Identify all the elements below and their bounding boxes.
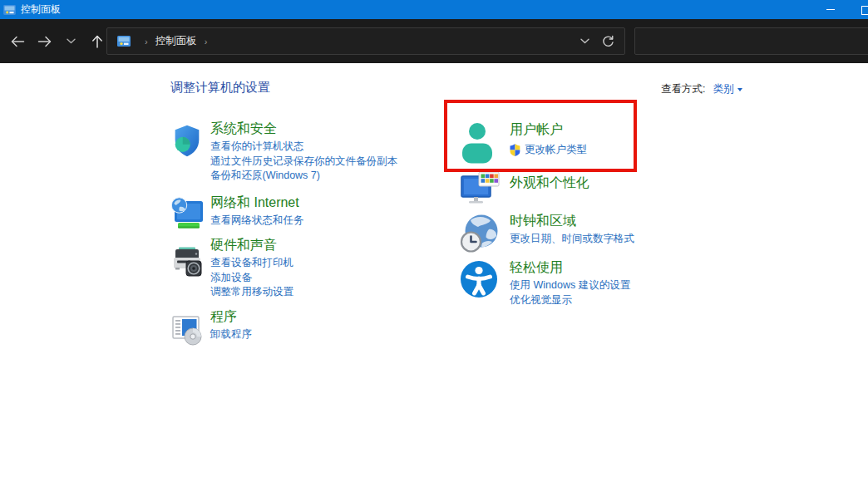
category-title-appearance-personalization[interactable]: 外观和个性化 [510,175,589,190]
user-silhouette-icon [460,122,510,167]
category-title-system-security[interactable]: 系统和安全 [210,121,397,136]
category-hardware-sound: 硬件和声音 查看设备和打印机 添加设备 调整常用移动设置 [169,238,293,298]
category-system-security: 系统和安全 查看你的计算机状态 通过文件历史记录保存你的文件备份副本 备份和还原… [169,121,397,181]
category-programs: 程序 卸载程序 [169,309,252,351]
chevron-right-icon: › [145,37,148,47]
view-by-control: 查看方式: 类别 [661,82,742,96]
task-link[interactable]: 通过文件历史记录保存你的文件备份副本 [210,156,397,167]
task-link[interactable]: 优化视觉显示 [510,295,630,306]
security-shield-icon [169,123,210,163]
back-arrow-icon[interactable] [5,29,30,54]
accessibility-icon [460,260,510,302]
task-link[interactable]: 更改日期、时间或数字格式 [510,234,634,244]
view-by-dropdown[interactable]: 类别 [713,82,742,96]
navigation-bar: › 控制面板 › [0,19,868,63]
breadcrumb-item-control-panel[interactable]: 控制面板 [155,34,197,48]
printer-speaker-icon [169,243,210,283]
category-ease-of-access: 轻松使用 使用 Windows 建议的设置 优化视觉显示 [460,260,630,306]
task-link[interactable]: 使用 Windows 建议的设置 [510,280,630,291]
programs-window-icon [169,311,210,351]
control-panel-home: 调整计算机的设置 查看方式: 类别 系统和安全 查看你的计算机状态 通过文件 [0,63,868,482]
category-title-hardware-sound[interactable]: 硬件和声音 [210,238,293,253]
uac-shield-icon [510,144,520,156]
page-title: 调整计算机的设置 [170,80,270,96]
view-by-label: 查看方式: [661,82,705,96]
search-box[interactable] [634,27,868,55]
category-appearance-personalization: 外观和个性化 [460,175,589,214]
minimize-button[interactable] [813,0,848,19]
category-title-network-internet[interactable]: 网络和 Internet [210,195,304,210]
task-link[interactable]: 调整常用移动设置 [210,287,293,298]
address-dropdown-chevron-icon[interactable] [573,30,596,53]
control-panel-icon [117,36,131,47]
task-link[interactable]: 卸载程序 [210,329,252,340]
control-panel-icon [3,5,16,15]
category-title-programs[interactable]: 程序 [210,309,252,324]
title-bar: 控制面板 [0,0,868,19]
category-clock-region: 时钟和区域 更改日期、时间或数字格式 [460,214,634,257]
task-link[interactable]: 添加设备 [210,273,293,283]
refresh-icon[interactable] [596,30,619,53]
forward-arrow-icon[interactable] [32,29,57,54]
task-link-change-account-type[interactable]: 更改帐户类型 [510,144,587,156]
address-bar[interactable]: › 控制面板 › [106,27,625,55]
chevron-down-icon[interactable] [58,29,83,54]
maximize-button[interactable] [861,6,868,15]
category-title-ease-of-access[interactable]: 轻松使用 [510,260,630,275]
category-user-accounts: 用户帐户 [460,122,587,167]
window-title: 控制面板 [21,2,61,17]
task-link[interactable]: 备份和还原(Windows 7) [210,170,397,181]
chevron-down-icon [737,88,742,91]
search-input[interactable] [635,28,868,54]
category-title-user-accounts[interactable]: 用户帐户 [510,122,587,137]
task-link[interactable]: 查看网络状态和任务 [210,215,304,226]
globe-clock-icon [460,214,510,257]
category-title-clock-region[interactable]: 时钟和区域 [510,214,634,229]
appearance-monitor-icon [460,172,510,214]
chevron-right-icon: › [205,37,208,47]
task-link[interactable]: 查看设备和打印机 [210,258,293,268]
network-monitor-icon [169,195,210,235]
category-network-internet: 网络和 Internet 查看网络状态和任务 [169,195,304,235]
task-link[interactable]: 查看你的计算机状态 [210,141,397,152]
